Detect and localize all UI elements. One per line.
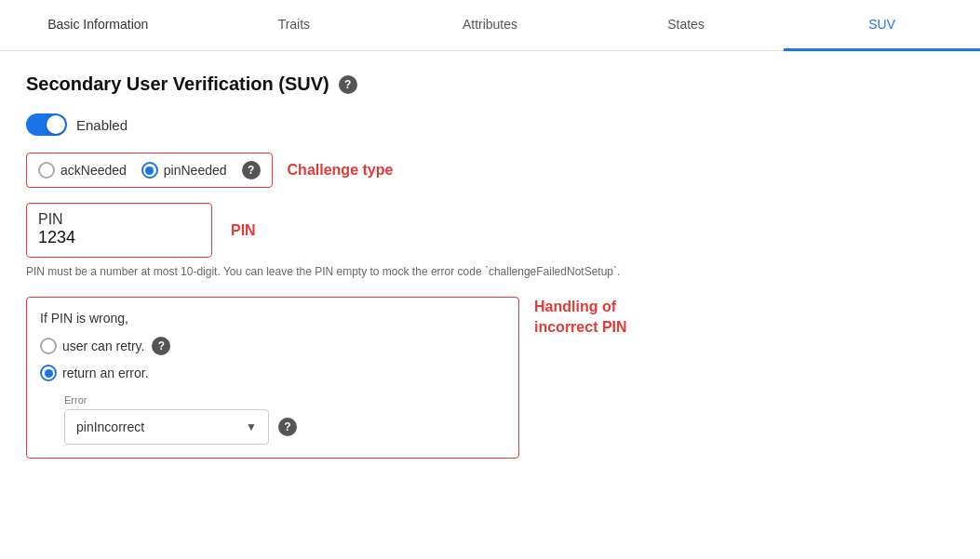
tabs-bar: Basic Information Traits Attributes Stat…	[0, 0, 980, 51]
retry-help-icon[interactable]: ?	[152, 337, 170, 355]
pin-note: PIN must be a number at most 10-digit. Y…	[26, 263, 954, 280]
radio-ack-needed-circle	[38, 162, 55, 179]
main-content: Secondary User Verification (SUV) ? Enab…	[0, 51, 980, 481]
radio-return-error-circle	[40, 365, 57, 381]
incorrect-pin-box: If PIN is wrong, user can retry. ? retur…	[26, 297, 519, 459]
retry-row: user can retry. ?	[40, 337, 505, 355]
pin-field-label: PIN	[38, 211, 200, 228]
dropdown-arrow-icon: ▼	[246, 420, 257, 433]
challenge-type-box: ackNeeded pinNeeded ?	[26, 153, 273, 188]
enabled-toggle[interactable]	[26, 113, 67, 136]
radio-return-error-label: return an error.	[62, 366, 149, 380]
pin-value[interactable]: 1234	[38, 228, 200, 247]
error-dropdown-label: Error	[64, 394, 505, 406]
radio-retry-label: user can retry.	[62, 339, 144, 353]
error-dropdown-section: Error pinIncorrect ▼ ?	[64, 394, 505, 445]
incorrect-pin-title: If PIN is wrong,	[40, 311, 505, 326]
section-title-text: Secondary User Verification (SUV)	[26, 73, 329, 95]
tab-suv[interactable]: SUV	[784, 0, 980, 51]
radio-pin-needed[interactable]: pinNeeded	[141, 162, 227, 179]
radio-return-error[interactable]: return an error.	[40, 365, 149, 381]
dropdown-row: pinIncorrect ▼ ?	[64, 409, 505, 445]
radio-ack-needed-label: ackNeeded	[60, 163, 127, 178]
incorrect-pin-row: If PIN is wrong, user can retry. ? retur…	[26, 297, 954, 459]
radio-ack-needed[interactable]: ackNeeded	[38, 162, 127, 179]
pin-description-label: PIN	[231, 222, 256, 239]
radio-retry[interactable]: user can retry.	[40, 338, 144, 354]
radio-pin-needed-circle	[141, 162, 158, 179]
enabled-toggle-row: Enabled	[26, 113, 954, 136]
radio-retry-circle	[40, 338, 57, 354]
challenge-type-help-icon[interactable]: ?	[242, 161, 261, 180]
tab-states[interactable]: States	[588, 0, 785, 51]
challenge-type-label: Challenge type	[288, 162, 394, 179]
tab-attributes[interactable]: Attributes	[392, 0, 588, 51]
section-title: Secondary User Verification (SUV) ?	[26, 73, 954, 95]
challenge-type-row: ackNeeded pinNeeded ? Challenge type	[26, 153, 954, 188]
error-dropdown-help-icon[interactable]: ?	[278, 418, 297, 436]
error-dropdown-value: pinIncorrect	[76, 419, 144, 434]
tab-basic-information[interactable]: Basic Information	[0, 0, 196, 51]
radio-pin-needed-label: pinNeeded	[164, 163, 227, 178]
title-help-icon[interactable]: ?	[339, 75, 357, 94]
error-dropdown[interactable]: pinIncorrect ▼	[64, 409, 269, 445]
tab-traits[interactable]: Traits	[196, 0, 393, 51]
pin-row: PIN 1234 PIN	[26, 203, 954, 258]
enabled-label: Enabled	[76, 117, 128, 133]
pin-input-wrapper: PIN 1234	[26, 203, 212, 258]
incorrect-pin-side-label: Handling of incorrect PIN	[534, 297, 627, 339]
return-error-row: return an error.	[40, 365, 505, 381]
